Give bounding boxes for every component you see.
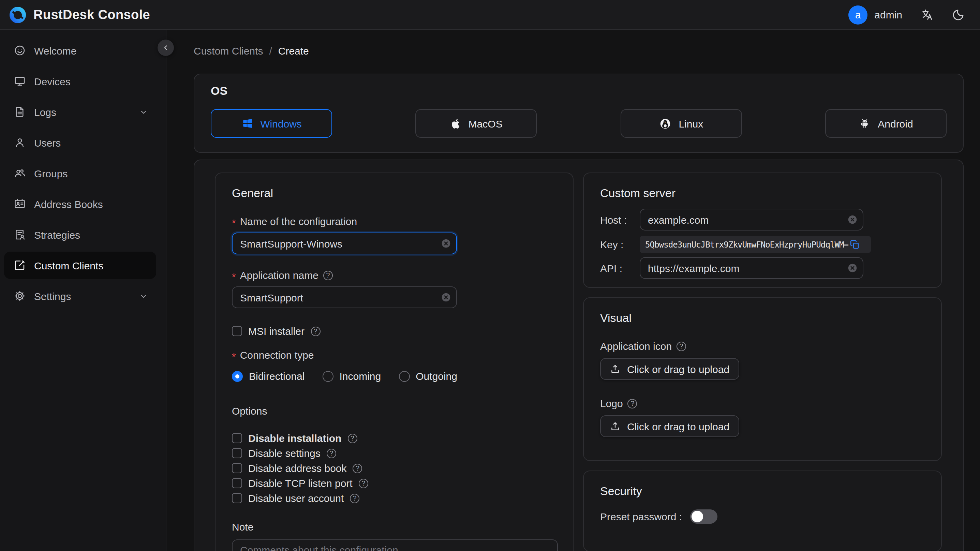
logo-upload-button[interactable]: Click or drag to upload [600, 415, 739, 437]
dark-mode-moon-icon[interactable] [952, 8, 965, 21]
help-icon[interactable]: ? [359, 478, 368, 488]
sidebar-collapse-button[interactable] [158, 40, 174, 56]
username[interactable]: admin [874, 9, 902, 21]
document-icon [14, 106, 26, 118]
radio-incoming[interactable]: Incoming [322, 370, 381, 382]
preset-password-toggle[interactable] [690, 510, 718, 524]
sidebar-item-label: Welcome [34, 45, 77, 56]
sidebar-item-custom-clients[interactable]: Custom Clients [4, 252, 156, 279]
option-disable-address-book: Disable address book ? [232, 462, 557, 475]
edit-square-icon [14, 259, 26, 271]
key-row: Key : 5Qbwsde3unUcJBtrx9ZkvUmwFNoExHzpry… [600, 236, 925, 253]
upload-button-label: Click or drag to upload [627, 420, 729, 432]
general-panel: General * Name of the configuration * Ap… [215, 172, 574, 551]
users-group-icon [14, 167, 26, 179]
application-name-input[interactable] [232, 287, 457, 308]
config-name-field [232, 233, 457, 254]
avatar[interactable]: a [848, 5, 867, 24]
os-button-linux[interactable]: Linux [620, 109, 741, 138]
copy-icon[interactable] [850, 239, 860, 250]
user-icon [14, 136, 26, 149]
disable-user-account-checkbox[interactable] [232, 493, 242, 503]
help-icon[interactable]: ? [347, 433, 357, 443]
os-button-windows[interactable]: Windows [211, 109, 332, 138]
sidebar-item-label: Strategies [34, 229, 80, 240]
visual-title: Visual [600, 312, 925, 325]
msi-installer-checkbox[interactable] [232, 326, 242, 336]
rustdesk-logo-icon [9, 6, 27, 24]
sidebar-item-settings[interactable]: Settings [4, 282, 156, 310]
main-content: Custom Clients / Create OS Windows [166, 30, 980, 551]
configuration-card: General * Name of the configuration * Ap… [194, 159, 964, 551]
help-icon[interactable]: ? [628, 398, 637, 408]
sidebar-item-address-books[interactable]: Address Books [4, 190, 156, 218]
radio-bidirectional[interactable]: Bidirectional [232, 370, 304, 382]
os-button-macos[interactable]: MacOS [416, 109, 537, 138]
sidebar-item-welcome[interactable]: Welcome [4, 37, 156, 64]
clear-icon[interactable] [848, 215, 857, 225]
options-title: Options [232, 405, 557, 417]
contact-card-icon [14, 198, 26, 210]
disable-settings-checkbox[interactable] [232, 448, 242, 458]
help-icon[interactable]: ? [323, 271, 333, 280]
topbar-right: a admin [848, 5, 965, 24]
msi-installer-label: MSI installer [248, 325, 304, 337]
clear-icon[interactable] [441, 293, 451, 302]
sidebar: Welcome Devices Logs [0, 30, 166, 551]
radio-outgoing[interactable]: Outgoing [399, 370, 457, 382]
os-button-label: Windows [260, 118, 302, 129]
required-asterisk: * [232, 271, 236, 282]
strategy-document-icon [14, 228, 26, 241]
help-icon[interactable]: ? [350, 494, 360, 503]
os-button-android[interactable]: Android [825, 109, 947, 138]
topbar: RustDesk Console a admin [0, 0, 980, 30]
help-icon[interactable]: ? [353, 463, 363, 473]
sidebar-item-users[interactable]: Users [4, 129, 156, 156]
disable-tcp-listen-port-checkbox[interactable] [232, 478, 242, 488]
rustdesk-console-app: RustDesk Console a admin [0, 0, 980, 551]
monitor-icon [14, 75, 26, 87]
os-button-label: MacOS [469, 118, 503, 129]
breadcrumb-separator: / [269, 45, 272, 57]
host-input[interactable] [640, 209, 863, 231]
config-name-input[interactable] [232, 233, 457, 254]
linux-penguin-icon [659, 117, 672, 130]
application-name-label: * Application name ? [232, 269, 557, 281]
connection-type-options: Bidirectional Incoming Outgoing [232, 370, 557, 382]
breadcrumb: Custom Clients / Create [194, 45, 964, 57]
clear-icon[interactable] [848, 263, 857, 273]
application-icon-upload-button[interactable]: Click or drag to upload [600, 358, 739, 380]
api-label: API : [600, 262, 640, 274]
sidebar-item-label: Groups [34, 167, 67, 179]
security-title: Security [600, 485, 925, 498]
help-icon[interactable]: ? [676, 341, 686, 351]
note-textarea[interactable] [232, 540, 558, 551]
android-robot-icon [859, 117, 871, 129]
gear-icon [14, 290, 26, 302]
radio-unselected-icon [399, 371, 409, 382]
sidebar-item-devices[interactable]: Devices [4, 67, 156, 95]
config-name-label: * Name of the configuration [232, 215, 557, 227]
language-icon[interactable] [921, 8, 934, 21]
upload-icon [610, 421, 621, 432]
note-label: Note [232, 521, 557, 533]
msi-installer-row: MSI installer ? [232, 325, 557, 338]
logo-label: Logo ? [600, 398, 925, 409]
help-icon[interactable]: ? [327, 448, 336, 458]
disable-installation-checkbox[interactable] [232, 433, 242, 443]
clear-icon[interactable] [441, 239, 451, 248]
sidebar-item-logs[interactable]: Logs [4, 98, 156, 126]
host-field [640, 209, 863, 231]
help-icon[interactable]: ? [311, 326, 320, 336]
right-column: Custom server Host : Key : [583, 172, 942, 551]
api-input[interactable] [640, 257, 863, 279]
disable-address-book-checkbox[interactable] [232, 463, 242, 473]
key-label: Key : [600, 239, 640, 250]
sidebar-item-strategies[interactable]: Strategies [4, 221, 156, 248]
application-icon-label: Application icon ? [600, 340, 925, 352]
breadcrumb-parent-link[interactable]: Custom Clients [194, 45, 263, 57]
api-field [640, 257, 863, 279]
sidebar-item-groups[interactable]: Groups [4, 159, 156, 187]
api-row: API : [600, 257, 925, 279]
host-label: Host : [600, 214, 640, 225]
